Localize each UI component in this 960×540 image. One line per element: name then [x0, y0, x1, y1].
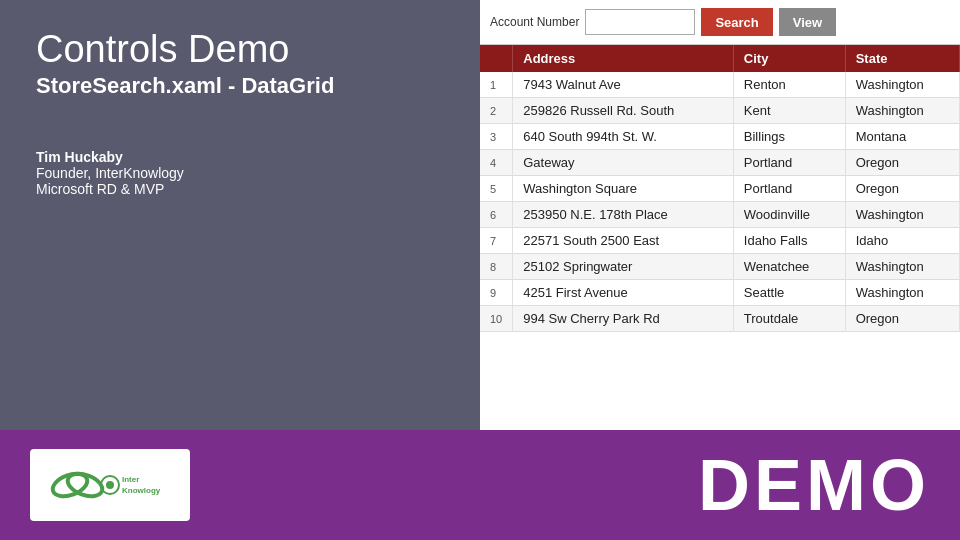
demo-label: DEMO: [698, 444, 930, 526]
row-num: 2: [480, 98, 513, 124]
cell-state: Washington: [845, 280, 959, 306]
cell-state: Oregon: [845, 150, 959, 176]
cell-address: 259826 Russell Rd. South: [513, 98, 734, 124]
row-num: 9: [480, 280, 513, 306]
col-header-state: State: [845, 45, 959, 72]
table-row[interactable]: 4 Gateway Portland Oregon: [480, 150, 960, 176]
cell-city: Idaho Falls: [733, 228, 845, 254]
author-role1: Founder, InterKnowlogy: [36, 165, 444, 181]
cell-city: Billings: [733, 124, 845, 150]
row-num: 10: [480, 306, 513, 332]
cell-city: Woodinville: [733, 202, 845, 228]
cell-state: Washington: [845, 72, 959, 98]
cell-address: 253950 N.E. 178th Place: [513, 202, 734, 228]
col-header-num: [480, 45, 513, 72]
cell-address: 25102 Springwater: [513, 254, 734, 280]
svg-text:Inter: Inter: [122, 475, 139, 484]
cell-state: Oregon: [845, 306, 959, 332]
table-row[interactable]: 2 259826 Russell Rd. South Kent Washingt…: [480, 98, 960, 124]
cell-city: Portland: [733, 150, 845, 176]
table-row[interactable]: 5 Washington Square Portland Oregon: [480, 176, 960, 202]
left-panel: Controls Demo StoreSearch.xaml - DataGri…: [0, 0, 480, 430]
cell-city: Portland: [733, 176, 845, 202]
cell-city: Wenatchee: [733, 254, 845, 280]
logo-svg: Inter Knowlogy: [40, 457, 180, 513]
cell-state: Idaho: [845, 228, 959, 254]
cell-city: Troutdale: [733, 306, 845, 332]
table-row[interactable]: 3 640 South 994th St. W. Billings Montan…: [480, 124, 960, 150]
svg-point-4: [106, 481, 114, 489]
search-button[interactable]: Search: [701, 8, 772, 36]
author-role2: Microsoft RD & MVP: [36, 181, 444, 197]
page-subtitle: StoreSearch.xaml - DataGrid: [36, 73, 444, 99]
svg-text:Knowlogy: Knowlogy: [122, 486, 161, 495]
cell-address: 7943 Walnut Ave: [513, 72, 734, 98]
datagrid[interactable]: Address City State 1 7943 Walnut Ave Ren…: [480, 45, 960, 430]
table-row[interactable]: 7 22571 South 2500 East Idaho Falls Idah…: [480, 228, 960, 254]
table-row[interactable]: 8 25102 Springwater Wenatchee Washington: [480, 254, 960, 280]
cell-state: Oregon: [845, 176, 959, 202]
cell-state: Montana: [845, 124, 959, 150]
account-number-input[interactable]: [585, 9, 695, 35]
author-block: Tim Huckaby Founder, InterKnowlogy Micro…: [36, 149, 444, 197]
author-name: Tim Huckaby: [36, 149, 444, 165]
cell-address: Washington Square: [513, 176, 734, 202]
table-header-row: Address City State: [480, 45, 960, 72]
table-row[interactable]: 6 253950 N.E. 178th Place Woodinville Wa…: [480, 202, 960, 228]
col-header-city: City: [733, 45, 845, 72]
row-num: 8: [480, 254, 513, 280]
cell-state: Washington: [845, 98, 959, 124]
row-num: 4: [480, 150, 513, 176]
cell-address: 22571 South 2500 East: [513, 228, 734, 254]
row-num: 6: [480, 202, 513, 228]
cell-state: Washington: [845, 202, 959, 228]
cell-address: Gateway: [513, 150, 734, 176]
grid-toolbar: Account Number Search View: [480, 0, 960, 45]
row-num: 7: [480, 228, 513, 254]
right-panel: Account Number Search View Address City …: [480, 0, 960, 430]
cell-city: Renton: [733, 72, 845, 98]
bottom-bar: Inter Knowlogy DEMO: [0, 430, 960, 540]
table-row[interactable]: 1 7943 Walnut Ave Renton Washington: [480, 72, 960, 98]
row-num: 5: [480, 176, 513, 202]
cell-address: 4251 First Avenue: [513, 280, 734, 306]
table-row[interactable]: 10 994 Sw Cherry Park Rd Troutdale Orego…: [480, 306, 960, 332]
main-content: Controls Demo StoreSearch.xaml - DataGri…: [0, 0, 960, 430]
row-num: 3: [480, 124, 513, 150]
table-body: 1 7943 Walnut Ave Renton Washington 2 25…: [480, 72, 960, 332]
view-button[interactable]: View: [779, 8, 836, 36]
cell-address: 994 Sw Cherry Park Rd: [513, 306, 734, 332]
cell-address: 640 South 994th St. W.: [513, 124, 734, 150]
logo-area: Inter Knowlogy: [30, 449, 190, 521]
page-title: Controls Demo: [36, 28, 444, 71]
data-table: Address City State 1 7943 Walnut Ave Ren…: [480, 45, 960, 332]
cell-city: Seattle: [733, 280, 845, 306]
cell-city: Kent: [733, 98, 845, 124]
col-header-address: Address: [513, 45, 734, 72]
row-num: 1: [480, 72, 513, 98]
table-row[interactable]: 9 4251 First Avenue Seattle Washington: [480, 280, 960, 306]
account-number-label: Account Number: [490, 15, 579, 29]
cell-state: Washington: [845, 254, 959, 280]
